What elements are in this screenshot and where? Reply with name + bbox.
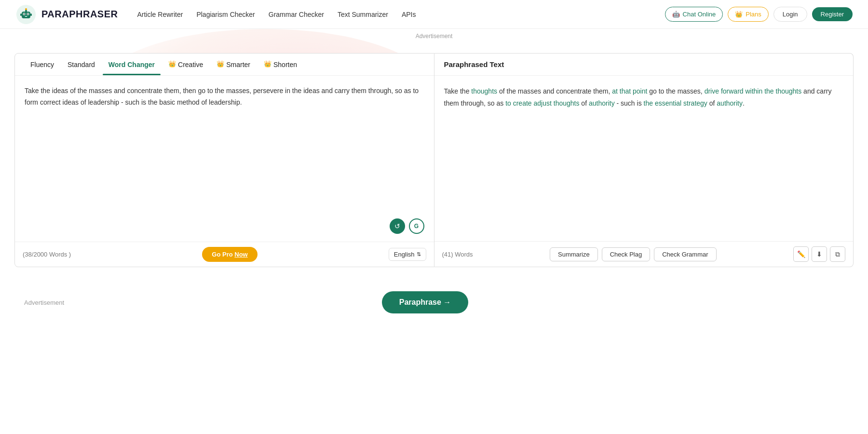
highlight-at-that-point: at that point xyxy=(612,87,647,95)
crown-icon: 👑 xyxy=(735,11,743,18)
output-area: Take the thoughts of the masses and conc… xyxy=(434,76,854,241)
tab-standard[interactable]: Standard xyxy=(62,54,101,75)
nav-apis[interactable]: APIs xyxy=(402,11,416,18)
tab-shorten[interactable]: 👑 Shorten xyxy=(258,54,303,75)
highlight-authority-2: authority xyxy=(717,99,743,107)
header: PARAPHRASER Article Rewriter Plagiarism … xyxy=(0,0,868,29)
ad-banner-bottom: Advertisement xyxy=(24,299,64,306)
paraphrase-button[interactable]: Paraphrase → xyxy=(382,291,469,313)
main-nav: Article Rewriter Plagiarism Checker Gram… xyxy=(137,11,665,18)
tab-smarter[interactable]: 👑 Smarter xyxy=(211,54,256,75)
nav-grammar-checker[interactable]: Grammar Checker xyxy=(269,11,324,18)
language-selector[interactable]: English ⇅ xyxy=(389,248,426,261)
go-pro-button[interactable]: Go Pro Now xyxy=(202,247,257,262)
edit-button[interactable]: ✏️ xyxy=(793,246,809,262)
copy-button[interactable]: ⧉ xyxy=(830,246,845,262)
check-grammar-button[interactable]: Check Grammar xyxy=(654,247,716,261)
chat-online-button[interactable]: 🤖 Chat Online xyxy=(665,7,723,22)
copy-buttons: ✏️ ⬇ ⧉ xyxy=(793,246,845,262)
refresh-icon: ↺ xyxy=(394,222,400,230)
output-text-content: Take the thoughts of the masses and conc… xyxy=(444,85,844,230)
input-icon-buttons: ↺ G xyxy=(390,218,426,234)
bottom-section: Advertisement Paraphrase → xyxy=(0,282,868,323)
check-plag-button[interactable]: Check Plag xyxy=(602,247,650,261)
highlight-essential-strategy: the essential strategy xyxy=(644,99,707,107)
header-actions: 🤖 Chat Online 👑 Plans Login Register xyxy=(665,7,853,22)
smarter-crown-icon: 👑 xyxy=(217,60,224,68)
right-panel: Paraphrased Text Take the thoughts of th… xyxy=(434,53,854,267)
shorten-crown-icon: 👑 xyxy=(264,60,271,68)
tab-creative[interactable]: 👑 Creative xyxy=(163,54,209,75)
nav-plagiarism-checker[interactable]: Plagiarism Checker xyxy=(196,11,255,18)
logo-icon xyxy=(15,4,37,25)
output-action-buttons: Summarize Check Plag Check Grammar xyxy=(550,247,717,261)
download-button[interactable]: ⬇ xyxy=(812,246,827,262)
word-count-label: (38/2000 Words ) xyxy=(23,251,71,258)
grammarly-icon-button[interactable]: G xyxy=(409,218,424,234)
highlight-to-create: to create adjust thoughts xyxy=(505,99,579,107)
highlight-thoughts: thoughts xyxy=(471,87,497,95)
svg-point-4 xyxy=(24,13,25,14)
nav-text-summarizer[interactable]: Text Summarizer xyxy=(338,11,388,18)
tab-fluency[interactable]: Fluency xyxy=(25,54,60,75)
svg-rect-10 xyxy=(30,14,32,16)
tab-word-changer[interactable]: Word Changer xyxy=(103,54,161,75)
ad-banner-top: Advertisement xyxy=(0,29,868,43)
chevron-up-down-icon: ⇅ xyxy=(417,251,421,258)
main-container: Fluency Standard Word Changer 👑 Creative… xyxy=(0,43,868,277)
highlight-authority-1: authority xyxy=(589,99,615,107)
logo-area: PARAPHRASER xyxy=(15,4,118,25)
output-word-count: (41) Words xyxy=(442,251,473,258)
chat-icon: 🤖 xyxy=(672,11,680,18)
left-bottom-bar: (38/2000 Words ) Go Pro Now English ⇅ xyxy=(15,242,434,267)
app-title: PARAPHRASER xyxy=(41,9,118,20)
input-textarea[interactable]: Take the ideas of the masses and concent… xyxy=(25,85,424,232)
svg-point-8 xyxy=(25,8,27,10)
svg-point-5 xyxy=(27,13,28,14)
svg-rect-9 xyxy=(20,14,22,16)
nav-article-rewriter[interactable]: Article Rewriter xyxy=(137,11,183,18)
now-underline: Now xyxy=(234,251,247,258)
grammarly-icon: G xyxy=(414,223,419,230)
refresh-icon-button[interactable]: ↺ xyxy=(390,218,405,234)
creative-crown-icon: 👑 xyxy=(168,60,176,68)
input-area: Take the ideas of the masses and concent… xyxy=(15,76,434,242)
highlight-drive-forward: drive forward within the thoughts xyxy=(705,87,802,95)
left-panel: Fluency Standard Word Changer 👑 Creative… xyxy=(14,53,434,267)
download-icon: ⬇ xyxy=(816,250,822,258)
svg-rect-1 xyxy=(22,12,30,18)
svg-rect-6 xyxy=(25,16,27,17)
summarize-button[interactable]: Summarize xyxy=(550,247,598,261)
plans-button[interactable]: 👑 Plans xyxy=(728,7,769,22)
paraphrased-text-header: Paraphrased Text xyxy=(434,54,854,76)
login-button[interactable]: Login xyxy=(773,7,807,22)
copy-icon: ⧉ xyxy=(835,250,840,258)
register-button[interactable]: Register xyxy=(812,7,853,21)
right-bottom-bar: (41) Words Summarize Check Plag Check Gr… xyxy=(434,241,854,267)
edit-icon: ✏️ xyxy=(797,250,805,258)
tabs-bar: Fluency Standard Word Changer 👑 Creative… xyxy=(15,54,434,76)
